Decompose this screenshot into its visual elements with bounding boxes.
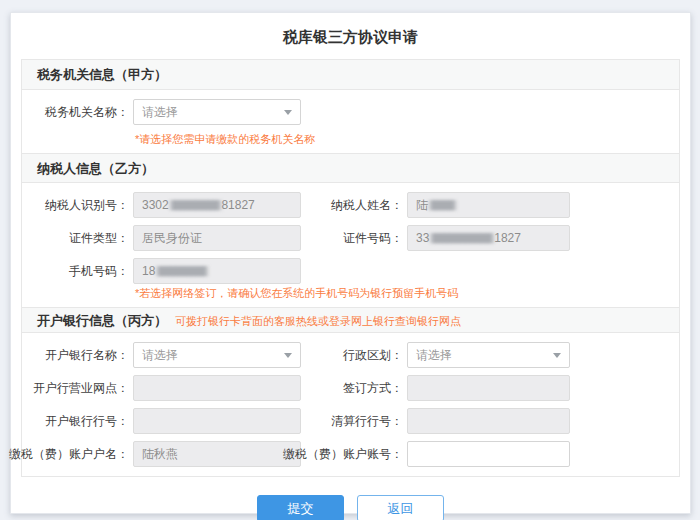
- redacted-segment: ████████: [157, 261, 206, 281]
- section-title: 纳税人信息（乙方）: [37, 161, 154, 176]
- cert-no-suffix: 1827: [494, 226, 521, 250]
- action-bar: 提交 返回: [11, 495, 690, 520]
- chevron-down-icon: [553, 353, 561, 358]
- branch-field: [133, 375, 301, 401]
- mobile-field: 18████████: [133, 258, 301, 284]
- mobile-hint: *若选择网络签订，请确认您在系统的手机号码为银行预留手机号码: [135, 286, 679, 300]
- account-name-label: 缴税（费）账户户名：: [22, 446, 133, 463]
- account-no-label: 缴税（费）账户账号：: [301, 446, 407, 463]
- taxpayer-id-field: 3302████████81827: [133, 192, 301, 218]
- section-title: 开户银行信息（丙方）: [37, 313, 167, 328]
- bank-name-select[interactable]: 请选择: [133, 342, 301, 368]
- taxpayer-name-label: 纳税人姓名：: [301, 197, 407, 214]
- tax-office-select[interactable]: 请选择: [133, 99, 301, 125]
- redacted-segment: ██████████: [431, 228, 492, 248]
- mobile-prefix: 18: [142, 259, 155, 283]
- branch-label: 开户行营业网点：: [22, 380, 133, 397]
- section-note: 可拨打银行卡背面的客服热线或登录网上银行查询银行网点: [175, 315, 461, 327]
- section-body-taxpayer: 纳税人识别号： 3302████████81827 纳税人姓名： 陆████ 证…: [22, 183, 679, 307]
- bank-no-label: 开户银行行号：: [22, 413, 133, 430]
- mobile-label: 手机号码：: [22, 263, 133, 280]
- clearing-no-label: 清算行行号：: [301, 413, 407, 430]
- clearing-no-field: [407, 408, 570, 434]
- cert-no-label: 证件号码：: [301, 230, 407, 247]
- section-header-tax-authority: 税务机关信息（甲方）: [22, 60, 679, 90]
- bank-name-label: 开户银行名称：: [22, 347, 133, 364]
- cert-no-field: 33██████████1827: [407, 225, 570, 251]
- application-panel: 税库银三方协议申请 税务机关信息（甲方） 税务机关名称： 请选择 *请选择您需申…: [10, 12, 691, 514]
- redacted-segment: ████: [430, 195, 454, 215]
- chevron-down-icon: [284, 110, 292, 115]
- taxpayer-id-prefix: 3302: [142, 193, 169, 217]
- submit-button[interactable]: 提交: [257, 495, 344, 520]
- taxpayer-name-prefix: 陆: [416, 193, 428, 217]
- tax-office-hint: *请选择您需申请缴款的税务机关名称: [135, 132, 679, 146]
- region-selected-value: 请选择: [416, 343, 452, 367]
- page-title: 税库银三方协议申请: [11, 13, 690, 44]
- section-title: 税务机关信息（甲方）: [37, 67, 167, 82]
- sign-method-field: [407, 375, 570, 401]
- bank-name-selected-value: 请选择: [142, 343, 178, 367]
- cert-type-field: 居民身份证: [133, 225, 301, 251]
- bank-no-field: [133, 408, 301, 434]
- chevron-down-icon: [284, 353, 292, 358]
- sign-method-label: 签订方式：: [301, 380, 407, 397]
- section-header-bank: 开户银行信息（丙方）可拨打银行卡背面的客服热线或登录网上银行查询银行网点: [22, 307, 679, 333]
- section-header-taxpayer: 纳税人信息（乙方）: [22, 153, 679, 183]
- account-name-field: 陆秋燕: [133, 441, 301, 467]
- section-body-bank: 开户银行名称： 请选择 行政区划： 请选择 开户行营业网点： 签订方式： 开户银…: [22, 333, 679, 476]
- account-no-input[interactable]: [407, 441, 570, 467]
- region-label: 行政区划：: [301, 347, 407, 364]
- tax-office-label: 税务机关名称：: [22, 104, 133, 121]
- back-button[interactable]: 返回: [357, 495, 444, 520]
- redacted-segment: ████████: [171, 195, 220, 215]
- cert-no-prefix: 33: [416, 226, 429, 250]
- taxpayer-id-suffix: 81827: [221, 193, 254, 217]
- region-select[interactable]: 请选择: [407, 342, 570, 368]
- section-body-tax-authority: 税务机关名称： 请选择 *请选择您需申请缴款的税务机关名称: [22, 90, 679, 153]
- cert-type-value: 居民身份证: [142, 226, 202, 250]
- cert-type-label: 证件类型：: [22, 230, 133, 247]
- tax-office-selected-value: 请选择: [142, 100, 178, 124]
- taxpayer-name-field: 陆████: [407, 192, 570, 218]
- form-container: 税务机关信息（甲方） 税务机关名称： 请选择 *请选择您需申请缴款的税务机关名称…: [21, 59, 680, 477]
- taxpayer-id-label: 纳税人识别号：: [22, 197, 133, 214]
